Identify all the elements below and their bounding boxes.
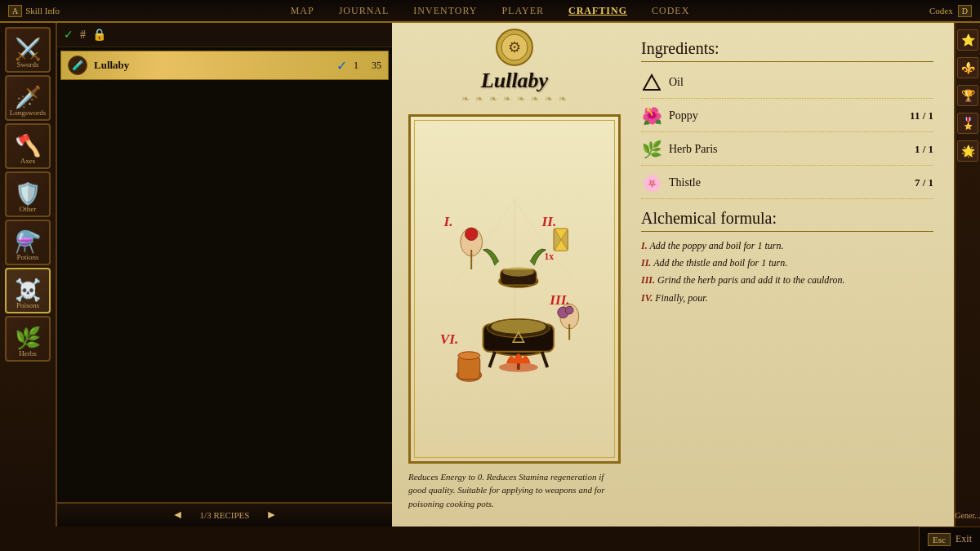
ingredients-title: Ingredients: [641, 39, 933, 62]
next-page-button[interactable]: ► [265, 509, 277, 522]
nav-skill-info: A Skill Info [8, 5, 60, 17]
potions-icon: ⚗️ [15, 232, 41, 253]
herbs-icon: 🌿 [15, 328, 41, 349]
nav-right: Codex D [929, 5, 972, 17]
sidebar-item-poisons[interactable]: ☠️ Poisons [5, 268, 51, 313]
right-sidebar-item-2[interactable]: ⚜️ [957, 57, 978, 78]
codex-key[interactable]: D [958, 5, 972, 17]
formula-step-3: III. Grind the herb paris and add it to … [641, 273, 933, 288]
axes-label: Axes [20, 157, 36, 165]
formula-step-2-text: Add the thistle and boil for 1 turn. [653, 257, 787, 269]
oil-icon [641, 72, 662, 93]
potions-label: Potions [16, 253, 38, 261]
right-sidebar-item-5[interactable]: 🌟 [957, 140, 978, 162]
sidebar-item-swords[interactable]: ⚔️ Swords [5, 27, 51, 73]
svg-point-40 [503, 267, 534, 277]
svg-text:I.: I. [443, 214, 453, 229]
formula-step-4: IV. Finally, pour. [641, 291, 933, 306]
ingredient-name-poppy: Poppy [669, 109, 910, 122]
sidebar-item-potions[interactable]: ⚗️ Potions [5, 220, 51, 265]
skill-info-label: Skill Info [25, 6, 60, 16]
recipe-title-area: ⚙ Lullaby ❧ ❧ ❧ ❧ ❧ ❧ ❧ ❧ [408, 39, 621, 106]
formula-step-4-text: Finally, pour. [655, 292, 707, 304]
svg-text:VI.: VI. [440, 331, 459, 347]
ingredient-name-thistle: Thistle [669, 176, 915, 189]
recipe-description: Reduces Energy to 0. Reduces Stamina reg… [408, 470, 621, 511]
nav-codex[interactable]: CODEX [652, 5, 689, 17]
ingredient-row-herb-paris: 🌿 Herb Paris 1 / 1 [641, 139, 933, 166]
right-panel-inner: ⚙ Lullaby ❧ ❧ ❧ ❧ ❧ ❧ ❧ ❧ I. [392, 23, 954, 527]
recipe-info: Ingredients: Oil 🌺 Poppy 11 / 1 [629, 31, 946, 518]
formula-step-2-num: II. [641, 257, 651, 269]
sidebar-item-axes[interactable]: 🪓 Axes [5, 123, 51, 169]
nav-crafting[interactable]: CRAFTING [568, 5, 627, 17]
other-label: Other [20, 205, 37, 213]
ingredient-row-thistle: 🌸 Thistle 7 / 1 [641, 172, 933, 199]
svg-point-16 [458, 352, 480, 360]
herbs-label: Herbs [19, 349, 37, 358]
recipe-item-name: Lullaby [94, 59, 336, 72]
right-sidebar-item-1[interactable]: ⭐ [957, 29, 978, 51]
table-row[interactable]: 🧪 Lullaby ✓ 1 35 [60, 51, 389, 80]
formula-step-4-num: IV. [641, 292, 653, 304]
herb-paris-icon: 🌿 [641, 139, 662, 160]
pagination-label: 1/3 RECIPES [200, 510, 250, 520]
ingredient-count-herb-paris: 1 / 1 [915, 143, 933, 156]
center-panel: ✓ # 🔒 🧪 Lullaby ✓ 1 35 ◄ 1/3 RECIPES ► [57, 23, 392, 527]
skill-key[interactable]: A [8, 5, 22, 17]
ingredient-count-poppy: 11 / 1 [910, 109, 933, 122]
nav-map[interactable]: MAP [291, 5, 314, 17]
poisons-label: Poisons [16, 301, 39, 309]
recipe-item-price: 35 [372, 60, 381, 72]
filter-bar: ✓ # 🔒 [57, 23, 392, 47]
svg-marker-41 [644, 75, 660, 90]
filter-craftable-icon[interactable]: ✓ [64, 28, 74, 42]
formula-step-2: II. Add the thistle and boil for 1 turn. [641, 256, 933, 271]
nav-player[interactable]: PLAYER [501, 5, 544, 17]
bottom-bar: ◄ 1/3 RECIPES ► [57, 502, 392, 527]
svg-text:II.: II. [541, 214, 557, 229]
filter-lock-icon[interactable]: 🔒 [92, 28, 106, 42]
sidebar-item-other[interactable]: 🛡️ Other [5, 171, 51, 217]
formula-step-1-text: Add the poppy and boil for 1 turn. [649, 240, 783, 251]
filter-hash-icon[interactable]: # [80, 29, 86, 42]
poisons-icon: ☠️ [15, 280, 41, 301]
esc-key[interactable]: Esc [928, 533, 951, 546]
exit-label: Exit [956, 533, 972, 545]
axes-icon: 🪓 [15, 136, 41, 157]
bottom-exit-bar: Esc Exit [919, 527, 980, 551]
title-ornament: ❧ ❧ ❧ ❧ ❧ ❧ ❧ ❧ [408, 93, 621, 106]
swords-icon: ⚔️ [15, 39, 41, 60]
nav-journal[interactable]: JOURNAL [339, 5, 390, 17]
right-sidebar-item-4[interactable]: 🎖️ [957, 113, 978, 134]
left-emblems-sidebar: ⚔️ Swords 🗡️ Longswords 🪓 Axes 🛡️ Other … [0, 23, 57, 527]
sidebar-item-longswords[interactable]: 🗡️ Longswords [5, 75, 51, 121]
recipe-item-count: 1 [354, 60, 359, 72]
longswords-label: Longswords [10, 109, 47, 117]
svg-line-23 [542, 352, 548, 367]
svg-text:⚙: ⚙ [508, 39, 521, 56]
prev-page-button[interactable]: ◄ [172, 509, 184, 522]
swords-label: Swords [16, 60, 38, 69]
right-scroll-sidebar: ⭐ ⚜️ 🏆 🎖️ 🌟 Gener... [954, 23, 980, 527]
right-panel: ⚙ Lullaby ❧ ❧ ❧ ❧ ❧ ❧ ❧ ❧ I. [392, 23, 980, 527]
main-layout: ⚔️ Swords 🗡️ Longswords 🪓 Axes 🛡️ Other … [0, 23, 980, 527]
formula-step-3-text: Grind the herb paris and add it to the c… [657, 274, 845, 286]
recipe-item-check: ✓ [336, 58, 347, 73]
nav-inventory[interactable]: INVENTORY [413, 5, 477, 17]
illustration-box: I. II. 1x VI. [408, 114, 621, 464]
formula-step-1: I. Add the poppy and boil for 1 turn. [641, 238, 933, 254]
recipe-item-icon: 🧪 [68, 56, 87, 75]
recipe-cauldron-svg: I. II. 1x VI. [425, 191, 604, 387]
svg-point-7 [466, 228, 478, 240]
title-medallion-icon: ⚙ [494, 27, 535, 68]
poppy-icon: 🌺 [641, 105, 662, 127]
svg-point-24 [499, 362, 538, 372]
svg-point-30 [565, 306, 573, 314]
right-sidebar-item-3[interactable]: 🏆 [957, 85, 978, 106]
other-icon: 🛡️ [15, 184, 41, 205]
formula-step-3-num: III. [641, 274, 655, 286]
ingredient-row-poppy: 🌺 Poppy 11 / 1 [641, 105, 933, 132]
sidebar-item-herbs[interactable]: 🌿 Herbs [5, 316, 51, 362]
thistle-icon: 🌸 [641, 172, 662, 193]
